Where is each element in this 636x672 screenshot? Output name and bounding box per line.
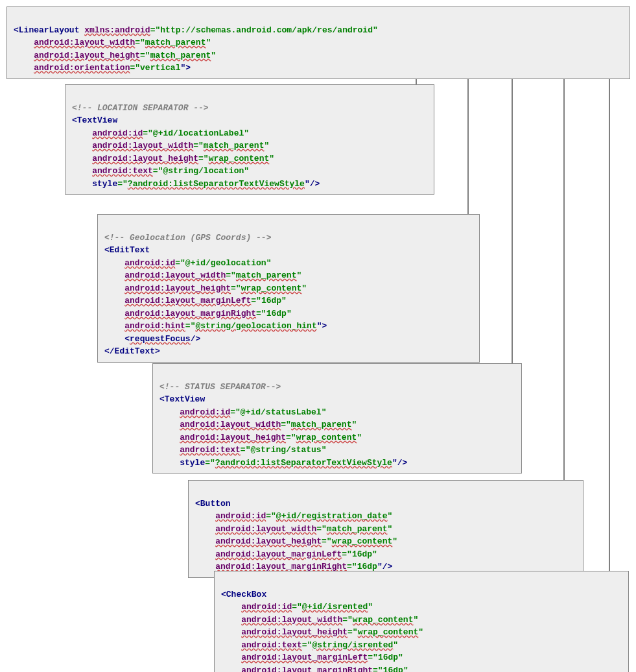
code-line: </EditText> [104, 346, 160, 356]
code-line: android:hint="@string/geolocation_hint"> [104, 321, 327, 331]
xml-box-edittext-geolocation: <!-- Geolocation (GPS Coords) --> <EditT… [97, 214, 480, 363]
code-line: android:layout_width="wrap_content" [221, 615, 418, 625]
code-line: android:layout_width="match_parent" [104, 270, 301, 280]
code-line: android:layout_marginLeft="16dp" [195, 549, 377, 559]
xml-comment: <!-- LOCATION SEPARATOR --> [72, 103, 209, 113]
xml-box-button-registration: <Button android:id="@+id/registration_da… [188, 480, 583, 578]
code-line: <EditText [104, 245, 150, 255]
code-line: android:text="@string/isrented" [221, 640, 398, 650]
code-line: style="?android:listSeparatorTextViewSty… [159, 458, 407, 468]
code-line: android:layout_width="match_parent" [72, 141, 269, 150]
code-line: <requestFocus/> [104, 334, 200, 344]
xml-comment: <!-- STATUS SEPARATOR--> [159, 382, 281, 392]
code-line: android:layout_height="wrap_content" [221, 627, 423, 637]
code-line: android:layout_height="wrap_content" [104, 283, 307, 293]
code-line: android:id="@+id/registration_date" [195, 511, 392, 521]
code-line: android:orientation="vertical"> [14, 63, 191, 73]
code-line: android:text="@string/location" [72, 166, 249, 176]
code-line: android:id="@+id/isrented" [221, 602, 373, 612]
code-line: android:layout_marginRight="16dp" [221, 666, 408, 673]
code-line: android:text="@string/status" [159, 445, 326, 455]
code-line: <CheckBox [221, 590, 266, 599]
code-line: android:layout_height="wrap_content" [195, 536, 397, 546]
code-line: android:layout_marginRight="16dp"/> [195, 562, 392, 571]
code-line: android:layout_marginLeft="16dp" [221, 653, 403, 662]
xml-box-textview-status: <!-- STATUS SEPARATOR--> <TextView andro… [152, 363, 522, 474]
xml-comment: <!-- Geolocation (GPS Coords) --> [104, 233, 271, 243]
code-line: android:layout_width="match_parent" [159, 420, 357, 429]
xml-box-textview-location: <!-- LOCATION SEPARATOR --> <TextView an… [65, 84, 434, 195]
code-line: android:id="@+id/locationLabel" [72, 128, 249, 138]
code-line: style="?android:listSeparatorTextViewSty… [72, 179, 320, 189]
code-line: android:layout_marginLeft="16dp" [104, 296, 287, 306]
code-line: android:layout_width="match_parent" [195, 524, 392, 534]
code-line: android:layout_height="match_parent" [14, 51, 216, 60]
xml-box-linearlayout: <LinearLayout xmlns:android="http://sche… [6, 6, 630, 79]
code-line: android:layout_height="wrap_content" [159, 433, 362, 442]
code-line: android:layout_height="wrap_content" [72, 154, 274, 163]
code-line: android:id="@+id/geolocation" [104, 258, 271, 268]
xml-box-checkbox-isrented: <CheckBox android:id="@+id/isrented" and… [214, 571, 629, 672]
code-line: android:layout_width="match_parent" [14, 38, 211, 47]
code-line: <LinearLayout xmlns:android="http://sche… [14, 25, 378, 35]
code-line: android:id="@+id/statusLabel" [159, 407, 326, 417]
code-line: <Button [195, 499, 231, 509]
code-line: android:layout_marginRight="16dp" [104, 309, 292, 318]
code-line: <TextView [72, 115, 117, 125]
code-line: <TextView [159, 394, 205, 404]
